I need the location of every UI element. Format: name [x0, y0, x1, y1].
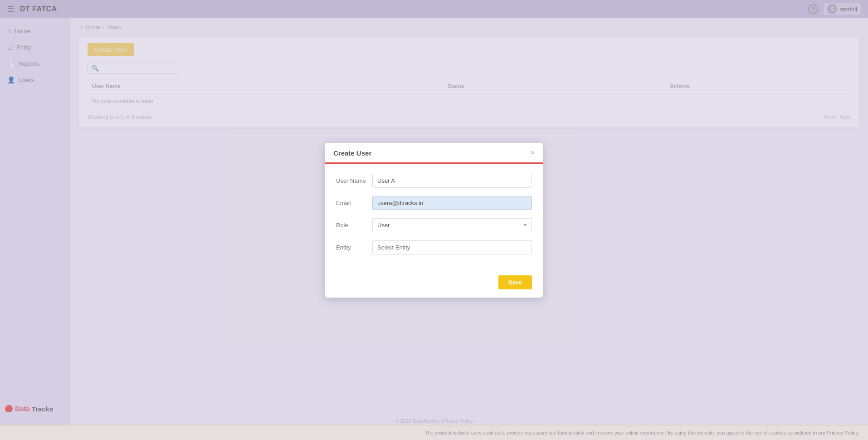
entity-input[interactable] — [372, 240, 532, 254]
modal-title: Create User — [333, 149, 371, 157]
modal-footer: Save — [325, 273, 543, 298]
username-input[interactable] — [372, 174, 532, 188]
email-label: Email — [336, 200, 372, 206]
role-select[interactable]: User — [372, 218, 532, 232]
entity-label: Entity — [336, 244, 372, 251]
modal-close-button[interactable]: × — [531, 149, 535, 156]
modal-overlay: Create User × User Name Email Role User — [0, 0, 868, 440]
form-row-email: Email — [336, 196, 532, 210]
create-user-modal: Create User × User Name Email Role User — [325, 143, 543, 298]
modal-header: Create User × — [325, 143, 543, 164]
role-label: Role — [336, 222, 372, 229]
form-row-role: Role User — [336, 218, 532, 232]
modal-body: User Name Email Role User Entity — [325, 164, 543, 273]
form-row-entity: Entity — [336, 240, 532, 254]
save-button[interactable]: Save — [498, 275, 532, 289]
username-label: User Name — [336, 177, 372, 184]
email-input[interactable] — [372, 196, 532, 210]
form-row-username: User Name — [336, 174, 532, 188]
